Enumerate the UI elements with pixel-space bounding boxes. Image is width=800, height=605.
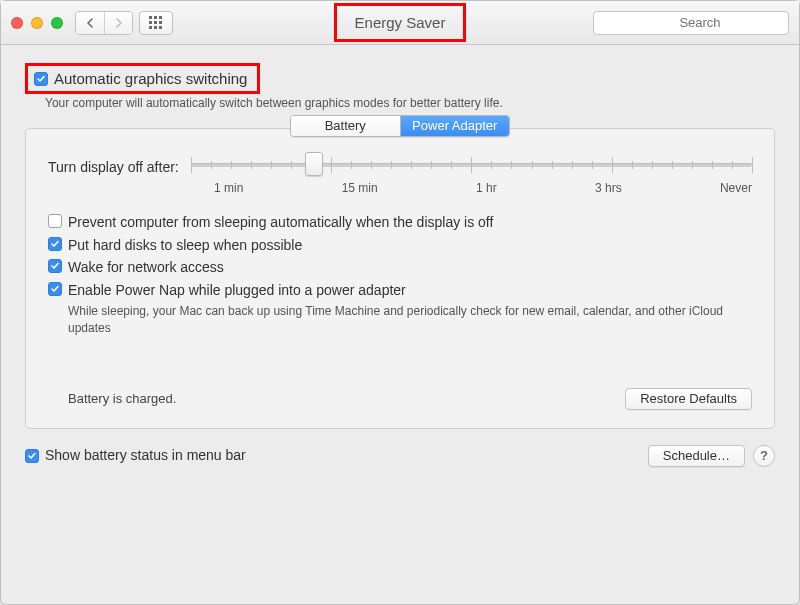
power-panel: Battery Power Adapter Turn display off a… bbox=[25, 128, 775, 429]
slider-tick bbox=[632, 161, 633, 169]
svg-rect-5 bbox=[159, 21, 162, 24]
slider-tick bbox=[572, 161, 573, 169]
slider-tick bbox=[732, 161, 733, 169]
option-label-2: Wake for network access bbox=[68, 258, 224, 278]
display-sleep-slider[interactable] bbox=[191, 153, 752, 181]
zoom-window-button[interactable] bbox=[51, 17, 63, 29]
option-label-0: Prevent computer from sleeping automatic… bbox=[68, 213, 493, 233]
option-hint-3: While sleeping, your Mac can back up usi… bbox=[68, 303, 752, 335]
tab-power-adapter[interactable]: Power Adapter bbox=[400, 116, 510, 136]
svg-rect-4 bbox=[154, 21, 157, 24]
slider-tick bbox=[471, 157, 472, 173]
option-label-3: Enable Power Nap while plugged into a po… bbox=[68, 281, 406, 301]
slider-tick bbox=[391, 161, 392, 169]
svg-rect-7 bbox=[154, 26, 157, 29]
show-all-button[interactable] bbox=[139, 11, 173, 35]
auto-graphics-checkbox[interactable] bbox=[34, 72, 48, 86]
restore-defaults-button[interactable]: Restore Defaults bbox=[625, 388, 752, 410]
close-window-button[interactable] bbox=[11, 17, 23, 29]
energy-saver-window: Energy Saver Automatic graphics switchin… bbox=[0, 0, 800, 605]
slider-tick bbox=[511, 161, 512, 169]
slider-tick bbox=[491, 161, 492, 169]
slider-tick-label: Never bbox=[720, 181, 752, 195]
svg-rect-0 bbox=[149, 16, 152, 19]
slider-tick bbox=[451, 161, 452, 169]
slider-thumb[interactable] bbox=[305, 152, 323, 176]
show-battery-status-checkbox[interactable] bbox=[25, 449, 39, 463]
slider-tick bbox=[692, 161, 693, 169]
display-sleep-label: Turn display off after: bbox=[48, 159, 179, 175]
slider-tick bbox=[251, 161, 252, 169]
slider-tick bbox=[411, 161, 412, 169]
slider-tick-label: 1 min bbox=[214, 181, 243, 195]
help-button[interactable]: ? bbox=[753, 445, 775, 467]
slider-tick bbox=[211, 161, 212, 169]
option-row: Prevent computer from sleeping automatic… bbox=[48, 213, 752, 233]
tab-battery[interactable]: Battery bbox=[291, 116, 400, 136]
auto-graphics-group: Automatic graphics switching bbox=[25, 63, 260, 94]
slider-tick bbox=[752, 157, 753, 173]
slider-tick bbox=[592, 161, 593, 169]
search-input[interactable] bbox=[593, 11, 789, 35]
option-checkbox-3[interactable] bbox=[48, 282, 62, 296]
slider-tick bbox=[672, 161, 673, 169]
battery-status-text: Battery is charged. bbox=[48, 391, 176, 406]
slider-tick bbox=[291, 161, 292, 169]
svg-rect-2 bbox=[159, 16, 162, 19]
option-row: Enable Power Nap while plugged into a po… bbox=[48, 281, 752, 301]
slider-tick-label: 15 min bbox=[342, 181, 378, 195]
option-checkbox-2[interactable] bbox=[48, 259, 62, 273]
auto-graphics-label: Automatic graphics switching bbox=[54, 70, 247, 87]
slider-tick-labels: 1 min15 min1 hr3 hrsNever bbox=[48, 181, 752, 195]
slider-tick bbox=[231, 161, 232, 169]
show-battery-status-label: Show battery status in menu bar bbox=[45, 446, 246, 466]
panel-footer: Battery is charged. Restore Defaults bbox=[48, 388, 752, 410]
option-checkbox-0[interactable] bbox=[48, 214, 62, 228]
nav-back-forward bbox=[75, 11, 133, 35]
slider-tick bbox=[552, 161, 553, 169]
slider-tick bbox=[191, 157, 192, 173]
slider-tick-label: 3 hrs bbox=[595, 181, 622, 195]
back-button[interactable] bbox=[76, 12, 104, 34]
slider-tick bbox=[652, 161, 653, 169]
slider-tick bbox=[271, 161, 272, 169]
option-row: Put hard disks to sleep when possible bbox=[48, 236, 752, 256]
slider-tick bbox=[431, 161, 432, 169]
content: Automatic graphics switching Your comput… bbox=[1, 45, 799, 429]
search-wrap bbox=[593, 11, 789, 35]
slider-tick bbox=[371, 161, 372, 169]
option-label-1: Put hard disks to sleep when possible bbox=[68, 236, 302, 256]
options-list: Prevent computer from sleeping automatic… bbox=[48, 213, 752, 336]
bottom-row: Show battery status in menu bar Schedule… bbox=[1, 429, 799, 469]
slider-tick bbox=[612, 157, 613, 173]
svg-rect-8 bbox=[159, 26, 162, 29]
slider-tick-label: 1 hr bbox=[476, 181, 497, 195]
display-sleep-slider-area: Turn display off after: 1 min15 min1 hr3… bbox=[48, 153, 752, 195]
svg-rect-3 bbox=[149, 21, 152, 24]
minimize-window-button[interactable] bbox=[31, 17, 43, 29]
schedule-button[interactable]: Schedule… bbox=[648, 445, 745, 467]
titlebar: Energy Saver bbox=[1, 1, 799, 45]
svg-rect-1 bbox=[154, 16, 157, 19]
grid-icon bbox=[149, 16, 163, 30]
slider-tick bbox=[712, 161, 713, 169]
slider-tick bbox=[351, 161, 352, 169]
slider-tick bbox=[331, 157, 332, 173]
tabs: Battery Power Adapter bbox=[290, 115, 510, 137]
window-title: Energy Saver bbox=[334, 3, 467, 42]
chevron-right-icon bbox=[114, 18, 123, 28]
chevron-left-icon bbox=[86, 18, 95, 28]
option-checkbox-1[interactable] bbox=[48, 237, 62, 251]
option-row: Wake for network access bbox=[48, 258, 752, 278]
svg-rect-6 bbox=[149, 26, 152, 29]
auto-graphics-description: Your computer will automatically switch … bbox=[45, 96, 775, 110]
forward-button[interactable] bbox=[104, 12, 132, 34]
slider-tick bbox=[532, 161, 533, 169]
traffic-lights bbox=[11, 17, 63, 29]
